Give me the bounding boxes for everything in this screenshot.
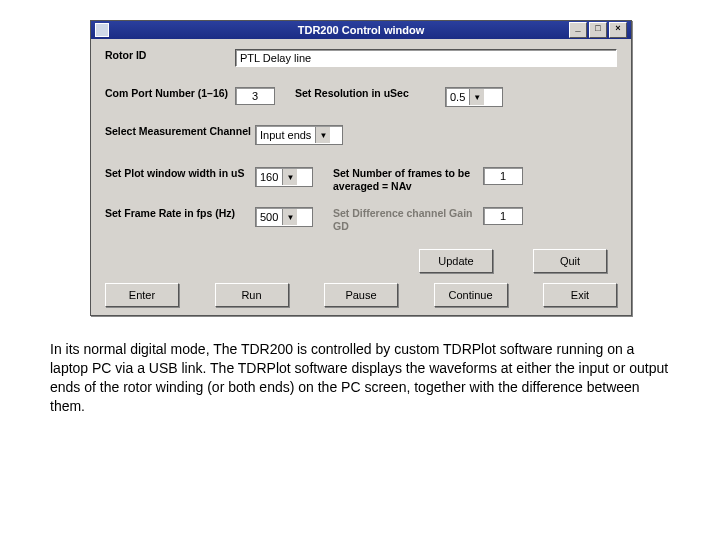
frame-rate-select[interactable]: 500 ▼ bbox=[255, 207, 313, 227]
chevron-down-icon: ▼ bbox=[469, 89, 484, 105]
com-port-input[interactable] bbox=[235, 87, 275, 105]
maximize-button[interactable]: □ bbox=[589, 22, 607, 38]
control-window: TDR200 Control window _ □ × Rotor ID Com… bbox=[90, 20, 632, 316]
plot-width-label: Set Plot window width in uS bbox=[105, 167, 255, 180]
chevron-down-icon: ▼ bbox=[315, 127, 330, 143]
frame-rate-value: 500 bbox=[256, 211, 282, 223]
frames-avg-input[interactable] bbox=[483, 167, 523, 185]
chevron-down-icon: ▼ bbox=[282, 209, 297, 225]
window-title: TDR200 Control window bbox=[91, 24, 631, 36]
titlebar: TDR200 Control window _ □ × bbox=[91, 21, 631, 39]
rotor-id-input[interactable] bbox=[235, 49, 617, 67]
pause-button[interactable]: Pause bbox=[324, 283, 398, 307]
diff-gain-input[interactable] bbox=[483, 207, 523, 225]
resolution-label: Set Resolution in uSec bbox=[295, 87, 445, 100]
rotor-id-label: Rotor ID bbox=[105, 49, 235, 62]
update-button[interactable]: Update bbox=[419, 249, 493, 273]
plot-width-select[interactable]: 160 ▼ bbox=[255, 167, 313, 187]
exit-button[interactable]: Exit bbox=[543, 283, 617, 307]
plot-width-value: 160 bbox=[256, 171, 282, 183]
resolution-select[interactable]: 0.5 ▼ bbox=[445, 87, 503, 107]
close-button[interactable]: × bbox=[609, 22, 627, 38]
channel-value: Input ends bbox=[256, 129, 315, 141]
diff-gain-label: Set Difference channel Gain GD bbox=[333, 207, 483, 233]
caption-text: In its normal digital mode, The TDR200 i… bbox=[50, 340, 670, 416]
com-port-label: Com Port Number (1–16) bbox=[105, 87, 235, 100]
frames-avg-label: Set Number of frames to be averaged = NA… bbox=[333, 167, 483, 193]
enter-button[interactable]: Enter bbox=[105, 283, 179, 307]
frame-rate-label: Set Frame Rate in fps (Hz) bbox=[105, 207, 255, 220]
chevron-down-icon: ▼ bbox=[282, 169, 297, 185]
quit-button[interactable]: Quit bbox=[533, 249, 607, 273]
resolution-value: 0.5 bbox=[446, 91, 469, 103]
run-button[interactable]: Run bbox=[215, 283, 289, 307]
channel-select[interactable]: Input ends ▼ bbox=[255, 125, 343, 145]
channel-label: Select Measurement Channel bbox=[105, 125, 255, 138]
minimize-button[interactable]: _ bbox=[569, 22, 587, 38]
system-icon bbox=[95, 23, 109, 37]
continue-button[interactable]: Continue bbox=[434, 283, 508, 307]
